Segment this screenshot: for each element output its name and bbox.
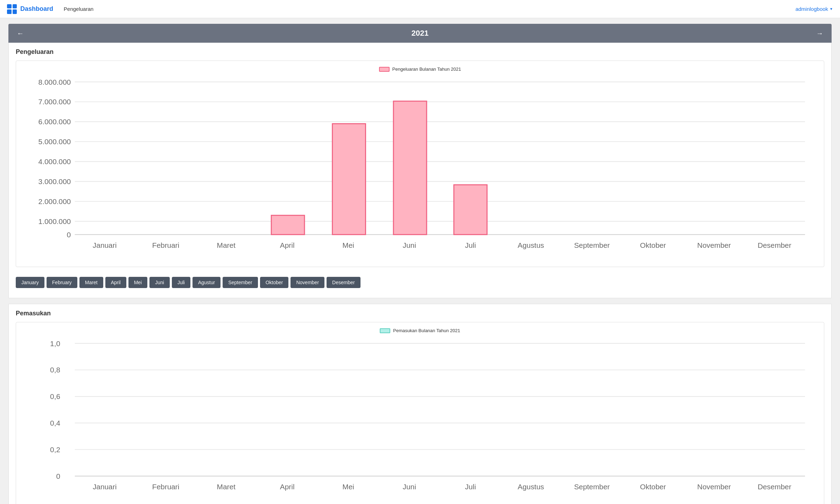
user-label: adminlogbook [796,6,828,12]
svg-text:6.000.000: 6.000.000 [38,118,71,126]
pengeluaran-chart: 8.000.000 7.000.000 6.000.000 5.000.000 … [22,75,818,261]
svg-text:Mei: Mei [342,241,354,249]
bar-mei [332,124,366,234]
bar-april [271,215,304,234]
svg-text:September: September [574,483,610,491]
svg-text:Desember: Desember [758,241,791,249]
svg-text:September: September [574,241,610,249]
svg-text:0,4: 0,4 [50,419,60,427]
month-button-1[interactable]: February [47,277,77,288]
pengeluaran-section: Pengeluaran Pengeluaran Bulanan Tahun 20… [8,43,832,298]
svg-text:April: April [280,241,295,249]
page-title: Pengeluaran [64,6,796,12]
svg-text:4.000.000: 4.000.000 [38,158,71,166]
svg-text:Mei: Mei [342,483,354,491]
svg-text:Maret: Maret [217,241,236,249]
pemasukan-legend-box [380,328,390,333]
next-year-button[interactable]: → [816,29,823,37]
month-button-3[interactable]: April [105,277,126,288]
svg-text:0,2: 0,2 [50,446,60,454]
main-content: ← 2021 → Pengeluaran Pengeluaran Bulanan… [0,18,840,504]
pemasukan-section: Pemasukan Pemasukan Bulanan Tahun 2021 1… [8,304,832,504]
svg-text:November: November [697,483,731,491]
month-button-5[interactable]: Juni [149,277,170,288]
svg-text:Januari: Januari [93,241,117,249]
svg-text:0,6: 0,6 [50,392,60,400]
month-button-2[interactable]: Maret [79,277,103,288]
svg-text:3.000.000: 3.000.000 [38,177,71,186]
pemasukan-legend: Pemasukan Bulanan Tahun 2021 [22,328,818,333]
svg-text:0: 0 [56,472,60,480]
month-button-9[interactable]: Oktober [260,277,289,288]
user-menu[interactable]: adminlogbook ▼ [796,6,833,12]
svg-text:April: April [280,483,295,491]
svg-text:8.000.000: 8.000.000 [38,78,71,86]
svg-text:5.000.000: 5.000.000 [38,138,71,146]
month-button-11[interactable]: Desember [327,277,360,288]
pemasukan-chart-wrapper: Pemasukan Bulanan Tahun 2021 1,0 0,8 0,6… [16,322,824,504]
pengeluaran-legend-box [379,67,390,72]
dashboard-label[interactable]: Dashboard [20,5,53,13]
pemasukan-chart: 1,0 0,8 0,6 0,4 0,2 0 Januari Februari M… [22,337,818,503]
svg-text:Februari: Februari [152,241,180,249]
pengeluaran-legend-label: Pengeluaran Bulanan Tahun 2021 [392,66,461,72]
pemasukan-legend-label: Pemasukan Bulanan Tahun 2021 [393,328,460,333]
svg-text:0,8: 0,8 [50,366,60,374]
svg-text:1,0: 1,0 [50,340,60,348]
svg-text:Oktober: Oktober [640,241,666,249]
svg-text:Agustus: Agustus [518,241,544,249]
pengeluaran-chart-wrapper: Pengeluaran Bulanan Tahun 2021 8.000.000 [16,61,824,267]
svg-text:7.000.000: 7.000.000 [38,98,71,106]
svg-text:Desember: Desember [758,483,791,491]
svg-text:Agustus: Agustus [518,483,544,491]
user-dropdown-arrow: ▼ [830,7,833,11]
pengeluaran-title: Pengeluaran [16,48,824,56]
svg-text:0: 0 [67,231,71,239]
svg-text:Januari: Januari [93,483,117,491]
year-label: 2021 [412,29,429,38]
svg-text:Februari: Februari [152,483,180,491]
bar-juli [454,185,487,234]
logo-area[interactable]: Dashboard [7,4,53,14]
year-banner: ← 2021 → [8,24,832,43]
header: Dashboard Pengeluaran adminlogbook ▼ [0,0,840,18]
month-button-6[interactable]: Juli [172,277,190,288]
prev-year-button[interactable]: ← [17,29,24,37]
month-button-4[interactable]: Mei [128,277,148,288]
svg-text:Juni: Juni [403,241,416,249]
svg-text:2.000.000: 2.000.000 [38,197,71,205]
svg-text:1.000.000: 1.000.000 [38,217,71,225]
month-button-8[interactable]: September [223,277,258,288]
month-button-7[interactable]: Agustur [192,277,220,288]
pengeluaran-legend: Pengeluaran Bulanan Tahun 2021 [22,66,818,72]
svg-text:Juni: Juni [403,483,416,491]
month-button-0[interactable]: January [16,277,44,288]
svg-text:Juli: Juli [465,483,476,491]
svg-text:Oktober: Oktober [640,483,666,491]
svg-text:Juli: Juli [465,241,476,249]
bar-juni [393,101,427,234]
pemasukan-title: Pemasukan [16,310,824,317]
month-button-10[interactable]: November [290,277,324,288]
svg-text:Maret: Maret [217,483,236,491]
svg-text:November: November [697,241,731,249]
logo-icon [7,4,17,14]
month-buttons-container: JanuaryFebruaryMaretAprilMeiJuniJuliAgus… [16,273,824,292]
